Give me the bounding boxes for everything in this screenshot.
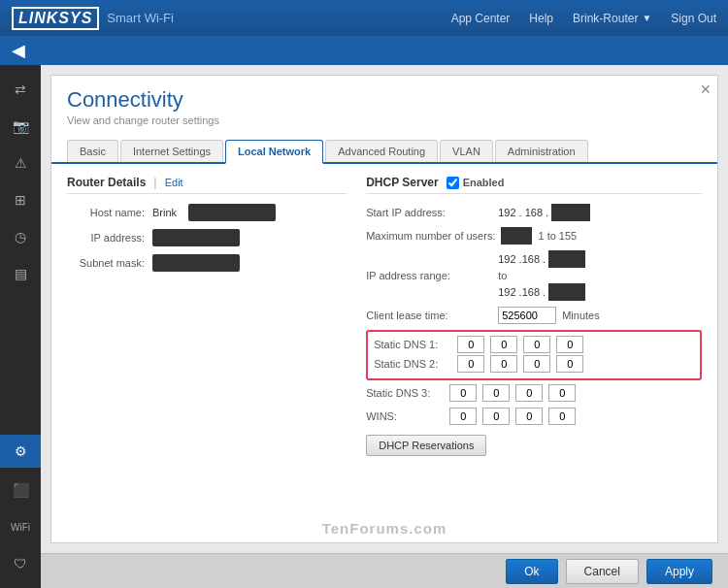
- sidebar-icon-photo[interactable]: ⬛: [6, 475, 35, 505]
- static-dns1-oct1[interactable]: [457, 336, 484, 353]
- host-name-row: Host name: Brink: [67, 204, 347, 221]
- dhcp-enabled-label: Enabled: [463, 177, 505, 188]
- watermark: TenForums.com: [51, 514, 717, 542]
- sidebar-icon-devices[interactable]: ⊞: [6, 185, 35, 214]
- tab-local-network[interactable]: Local Network: [225, 140, 323, 164]
- lease-label: Client lease time:: [366, 310, 492, 321]
- host-name-label: Host name:: [67, 207, 145, 218]
- static-dns3-oct3[interactable]: [515, 384, 543, 402]
- apply-button[interactable]: Apply: [646, 559, 712, 584]
- static-dns1-oct3[interactable]: [523, 336, 550, 353]
- tab-internet[interactable]: Internet Settings: [120, 140, 223, 162]
- tab-administration[interactable]: Administration: [495, 140, 588, 162]
- main-layout: ⇄ 📷 ⚠ ⊞ ◷ ▤ ⚙ ⬛ WiFi 🛡 ✕ Connectivity Vi…: [0, 65, 728, 588]
- static-dns2-oct2[interactable]: [490, 355, 517, 373]
- ok-button[interactable]: Ok: [506, 559, 557, 584]
- panel-title: Connectivity: [67, 87, 702, 113]
- left-column: Router Details | Edit Host name: Brink I…: [67, 176, 347, 503]
- ip-address-label: IP address:: [67, 232, 145, 244]
- static-dns1-row: Static DNS 1:: [374, 336, 694, 353]
- tab-basic[interactable]: Basic: [67, 140, 118, 162]
- static-dns1-oct2[interactable]: [490, 336, 517, 353]
- max-users-hidden: [501, 227, 532, 245]
- tab-advanced-routing[interactable]: Advanced Routing: [325, 140, 438, 162]
- topbar: LINKSYS Smart Wi-Fi App Center Help Brin…: [0, 0, 728, 36]
- ip-address-row: IP address:: [67, 229, 347, 246]
- wins-row: WINS:: [366, 408, 702, 425]
- static-dns2-row: Static DNS 2:: [374, 355, 694, 373]
- back-button[interactable]: ◀: [12, 40, 25, 61]
- dhcp-enabled-checkbox[interactable]: [447, 177, 459, 189]
- static-dns2-label: Static DNS 2:: [374, 358, 451, 370]
- help-link[interactable]: Help: [529, 12, 553, 25]
- lease-row: Client lease time: 525600 Minutes: [366, 307, 702, 324]
- static-dns3-oct4[interactable]: [548, 384, 576, 402]
- static-dns2-oct1[interactable]: [457, 355, 484, 373]
- blue-banner: ◀: [0, 36, 728, 65]
- sidebar: ⇄ 📷 ⚠ ⊞ ◷ ▤ ⚙ ⬛ WiFi 🛡: [0, 65, 41, 588]
- wins-oct1[interactable]: [449, 408, 477, 425]
- start-ip-hidden: [551, 204, 590, 221]
- panel-subtitle: View and change router settings: [67, 114, 702, 126]
- start-ip-label: Start IP address:: [366, 207, 492, 218]
- lease-input[interactable]: 525600: [498, 307, 556, 324]
- ip-range-label: IP address range:: [366, 270, 492, 281]
- sidebar-gear-icon[interactable]: ⚙: [0, 435, 41, 468]
- start-ip-group: 192 . 168 .: [498, 204, 590, 221]
- topbar-nav: App Center Help Brink-Router ▼ Sign Out: [451, 12, 716, 25]
- dhcp-reservations-button[interactable]: DHCP Reservations: [366, 435, 486, 456]
- product-name: Smart Wi-Fi: [107, 11, 174, 25]
- subnet-mask-row: Subnet mask:: [67, 254, 347, 272]
- static-dns3-oct2[interactable]: [482, 384, 510, 402]
- static-dns2-oct4[interactable]: [556, 355, 583, 373]
- edit-link[interactable]: Edit: [165, 177, 183, 188]
- panel-body: Router Details | Edit Host name: Brink I…: [51, 164, 717, 514]
- sidebar-icon-shield[interactable]: 🛡: [6, 549, 35, 578]
- wins-oct3[interactable]: [515, 408, 543, 425]
- subnet-mask-label: Subnet mask:: [67, 257, 145, 269]
- dhcp-header: DHCP Server Enabled: [366, 176, 702, 194]
- sidebar-icon-camera[interactable]: 📷: [6, 112, 35, 141]
- router-details-title: Router Details: [67, 176, 146, 189]
- static-dns1-label: Static DNS 1:: [374, 339, 451, 350]
- panel-header: Connectivity View and change router sett…: [51, 76, 717, 132]
- dhcp-enabled-check[interactable]: Enabled: [447, 177, 505, 189]
- sidebar-icon-network[interactable]: ⇄: [6, 75, 35, 104]
- tab-vlan[interactable]: VLAN: [440, 140, 493, 162]
- sidebar-icon-storage[interactable]: ▤: [6, 259, 35, 288]
- sidebar-icon-warning[interactable]: ⚠: [6, 148, 35, 178]
- ip-address-hidden: [152, 229, 240, 246]
- cancel-button[interactable]: Cancel: [566, 559, 639, 584]
- max-users-row: Maximum number of users: 1 to 155: [366, 227, 702, 245]
- sidebar-icon-clock[interactable]: ◷: [6, 222, 35, 251]
- ip-range-to-hidden: [548, 283, 585, 301]
- ip-range-values: 192 .168 . to 192 .168 .: [498, 250, 585, 301]
- router-details-header: Router Details | Edit: [67, 176, 347, 194]
- static-dns2-oct3[interactable]: [523, 355, 550, 373]
- max-users-range: 1 to 155: [538, 230, 577, 242]
- static-dns3-oct1[interactable]: [449, 384, 477, 402]
- wins-oct2[interactable]: [482, 408, 510, 425]
- linksys-logo: LINKSYS: [12, 7, 99, 30]
- panel-close-button[interactable]: ✕: [700, 82, 711, 97]
- static-dns3-row: Static DNS 3:: [366, 384, 702, 402]
- sign-out-link[interactable]: Sign Out: [671, 12, 716, 25]
- sidebar-icon-wifi[interactable]: WiFi: [6, 512, 35, 541]
- static-dns1-oct4[interactable]: [556, 336, 583, 353]
- logo-area: LINKSYS Smart Wi-Fi: [12, 7, 174, 30]
- host-name-hidden: [188, 204, 276, 221]
- ip-range-row: IP address range: 192 .168 . to 192 .168…: [366, 250, 702, 301]
- tabs-bar: Basic Internet Settings Local Network Ad…: [51, 140, 717, 164]
- dhcp-title: DHCP Server: [366, 176, 438, 189]
- wins-oct4[interactable]: [548, 408, 576, 425]
- content-area: ✕ Connectivity View and change router se…: [41, 65, 728, 588]
- ip-range-from-hidden: [548, 250, 585, 268]
- static-dns-highlight: Static DNS 1: Static DNS 2:: [366, 330, 702, 380]
- app-center-link[interactable]: App Center: [451, 12, 511, 25]
- sidebar-bottom: ⚙ ⬛ WiFi 🛡: [0, 435, 41, 588]
- static-dns3-label: Static DNS 3:: [366, 387, 444, 399]
- footer-bar: Ok Cancel Apply: [41, 553, 728, 588]
- max-users-label: Maximum number of users:: [366, 230, 495, 242]
- wins-label: WINS:: [366, 410, 444, 422]
- router-name[interactable]: Brink-Router ▼: [573, 12, 651, 25]
